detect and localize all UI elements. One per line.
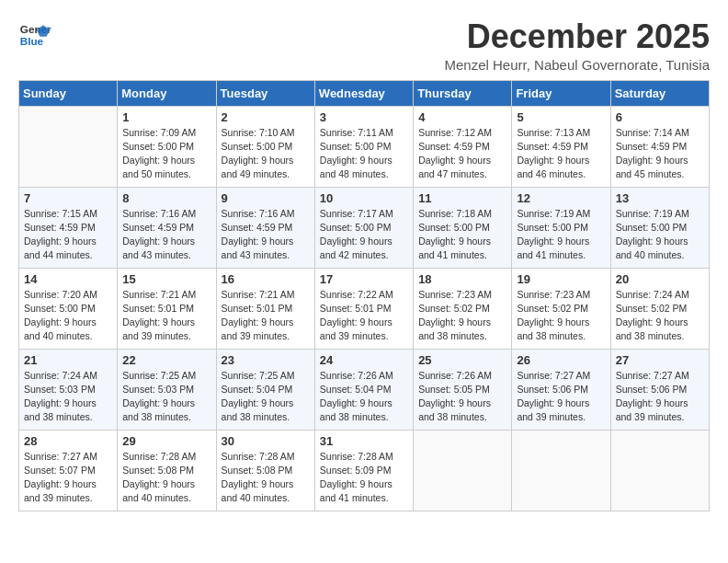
day-info: Sunrise: 7:14 AM Sunset: 4:59 PM Dayligh… (616, 126, 704, 182)
day-info: Sunrise: 7:20 AM Sunset: 5:00 PM Dayligh… (24, 288, 112, 344)
day-info: Sunrise: 7:16 AM Sunset: 4:59 PM Dayligh… (222, 207, 310, 263)
day-number: 10 (320, 191, 408, 205)
calendar-cell (610, 430, 709, 511)
calendar-cell: 25Sunrise: 7:26 AM Sunset: 5:05 PM Dayli… (414, 349, 512, 430)
day-number: 11 (418, 191, 506, 205)
day-info: Sunrise: 7:21 AM Sunset: 5:01 PM Dayligh… (222, 288, 310, 344)
day-number: 31 (320, 434, 408, 448)
day-info: Sunrise: 7:26 AM Sunset: 5:04 PM Dayligh… (320, 369, 408, 425)
day-info: Sunrise: 7:27 AM Sunset: 5:07 PM Dayligh… (24, 450, 112, 506)
day-number: 5 (517, 110, 605, 124)
day-number: 25 (418, 353, 506, 367)
day-number: 21 (24, 353, 112, 367)
day-number: 20 (616, 272, 704, 286)
calendar-cell: 6Sunrise: 7:14 AM Sunset: 4:59 PM Daylig… (610, 106, 709, 187)
calendar-cell: 4Sunrise: 7:12 AM Sunset: 4:59 PM Daylig… (414, 106, 512, 187)
day-number: 4 (418, 110, 506, 124)
calendar-cell: 15Sunrise: 7:21 AM Sunset: 5:01 PM Dayli… (118, 268, 216, 349)
calendar-cell: 29Sunrise: 7:28 AM Sunset: 5:08 PM Dayli… (118, 430, 216, 511)
calendar-cell (19, 106, 118, 187)
day-number: 13 (616, 191, 704, 205)
day-number: 14 (24, 272, 112, 286)
day-info: Sunrise: 7:28 AM Sunset: 5:09 PM Dayligh… (320, 450, 408, 506)
calendar-cell: 3Sunrise: 7:11 AM Sunset: 5:00 PM Daylig… (314, 106, 413, 187)
calendar-cell: 20Sunrise: 7:24 AM Sunset: 5:02 PM Dayli… (610, 268, 709, 349)
day-number: 28 (24, 434, 112, 448)
page-header: General Blue December 2025 Menzel Heurr,… (18, 18, 710, 73)
calendar-cell: 26Sunrise: 7:27 AM Sunset: 5:06 PM Dayli… (512, 349, 610, 430)
day-info: Sunrise: 7:24 AM Sunset: 5:02 PM Dayligh… (616, 288, 704, 344)
day-number: 30 (222, 434, 310, 448)
calendar-cell: 5Sunrise: 7:13 AM Sunset: 4:59 PM Daylig… (512, 106, 610, 187)
calendar-cell (414, 430, 512, 511)
month-title: December 2025 (445, 18, 710, 55)
day-info: Sunrise: 7:25 AM Sunset: 5:03 PM Dayligh… (122, 369, 210, 425)
title-block: December 2025 Menzel Heurr, Nabeul Gover… (445, 18, 710, 73)
calendar-header-wednesday: Wednesday (314, 80, 413, 106)
calendar-cell: 8Sunrise: 7:16 AM Sunset: 4:59 PM Daylig… (118, 187, 216, 268)
calendar-cell: 18Sunrise: 7:23 AM Sunset: 5:02 PM Dayli… (414, 268, 512, 349)
day-info: Sunrise: 7:19 AM Sunset: 5:00 PM Dayligh… (517, 207, 605, 263)
day-number: 23 (222, 353, 310, 367)
calendar-cell: 17Sunrise: 7:22 AM Sunset: 5:01 PM Dayli… (314, 268, 413, 349)
calendar-cell: 27Sunrise: 7:27 AM Sunset: 5:06 PM Dayli… (610, 349, 709, 430)
calendar-cell: 21Sunrise: 7:24 AM Sunset: 5:03 PM Dayli… (19, 349, 118, 430)
calendar-cell: 2Sunrise: 7:10 AM Sunset: 5:00 PM Daylig… (216, 106, 314, 187)
calendar-cell: 7Sunrise: 7:15 AM Sunset: 4:59 PM Daylig… (19, 187, 118, 268)
day-info: Sunrise: 7:13 AM Sunset: 4:59 PM Dayligh… (517, 126, 605, 182)
calendar-cell: 24Sunrise: 7:26 AM Sunset: 5:04 PM Dayli… (314, 349, 413, 430)
day-number: 12 (517, 191, 605, 205)
calendar-cell: 1Sunrise: 7:09 AM Sunset: 5:00 PM Daylig… (118, 106, 216, 187)
calendar-cell: 9Sunrise: 7:16 AM Sunset: 4:59 PM Daylig… (216, 187, 314, 268)
day-number: 18 (418, 272, 506, 286)
calendar-cell: 11Sunrise: 7:18 AM Sunset: 5:00 PM Dayli… (414, 187, 512, 268)
calendar-header-thursday: Thursday (414, 80, 512, 106)
day-info: Sunrise: 7:17 AM Sunset: 5:00 PM Dayligh… (320, 207, 408, 263)
day-info: Sunrise: 7:18 AM Sunset: 5:00 PM Dayligh… (418, 207, 506, 263)
calendar-cell: 12Sunrise: 7:19 AM Sunset: 5:00 PM Dayli… (512, 187, 610, 268)
day-number: 15 (122, 272, 210, 286)
day-info: Sunrise: 7:26 AM Sunset: 5:05 PM Dayligh… (418, 369, 506, 425)
day-number: 27 (616, 353, 704, 367)
day-info: Sunrise: 7:10 AM Sunset: 5:00 PM Dayligh… (222, 126, 310, 182)
logo: General Blue (18, 18, 51, 52)
day-info: Sunrise: 7:09 AM Sunset: 5:00 PM Dayligh… (122, 126, 210, 182)
calendar-cell: 10Sunrise: 7:17 AM Sunset: 5:00 PM Dayli… (314, 187, 413, 268)
calendar-header-row: SundayMondayTuesdayWednesdayThursdayFrid… (19, 80, 710, 106)
calendar-week-row: 21Sunrise: 7:24 AM Sunset: 5:03 PM Dayli… (19, 349, 710, 430)
calendar-header-friday: Friday (512, 80, 610, 106)
day-info: Sunrise: 7:15 AM Sunset: 4:59 PM Dayligh… (24, 207, 112, 263)
calendar-header-tuesday: Tuesday (216, 80, 314, 106)
calendar-header-monday: Monday (118, 80, 216, 106)
calendar-week-row: 14Sunrise: 7:20 AM Sunset: 5:00 PM Dayli… (19, 268, 710, 349)
calendar-cell (512, 430, 610, 511)
day-number: 26 (517, 353, 605, 367)
calendar-body: 1Sunrise: 7:09 AM Sunset: 5:00 PM Daylig… (19, 106, 710, 511)
day-number: 16 (222, 272, 310, 286)
day-info: Sunrise: 7:12 AM Sunset: 4:59 PM Dayligh… (418, 126, 506, 182)
day-info: Sunrise: 7:21 AM Sunset: 5:01 PM Dayligh… (122, 288, 210, 344)
day-info: Sunrise: 7:23 AM Sunset: 5:02 PM Dayligh… (418, 288, 506, 344)
day-number: 8 (122, 191, 210, 205)
day-number: 3 (320, 110, 408, 124)
day-number: 17 (320, 272, 408, 286)
day-info: Sunrise: 7:24 AM Sunset: 5:03 PM Dayligh… (24, 369, 112, 425)
calendar-header-sunday: Sunday (19, 80, 118, 106)
calendar-cell: 14Sunrise: 7:20 AM Sunset: 5:00 PM Dayli… (19, 268, 118, 349)
day-info: Sunrise: 7:27 AM Sunset: 5:06 PM Dayligh… (616, 369, 704, 425)
calendar-cell: 23Sunrise: 7:25 AM Sunset: 5:04 PM Dayli… (216, 349, 314, 430)
calendar-week-row: 7Sunrise: 7:15 AM Sunset: 4:59 PM Daylig… (19, 187, 710, 268)
day-number: 22 (122, 353, 210, 367)
day-number: 29 (122, 434, 210, 448)
calendar-cell: 30Sunrise: 7:28 AM Sunset: 5:08 PM Dayli… (216, 430, 314, 511)
day-info: Sunrise: 7:22 AM Sunset: 5:01 PM Dayligh… (320, 288, 408, 344)
day-info: Sunrise: 7:23 AM Sunset: 5:02 PM Dayligh… (517, 288, 605, 344)
day-number: 24 (320, 353, 408, 367)
day-info: Sunrise: 7:16 AM Sunset: 4:59 PM Dayligh… (122, 207, 210, 263)
location-subtitle: Menzel Heurr, Nabeul Governorate, Tunisi… (445, 57, 710, 73)
calendar-week-row: 28Sunrise: 7:27 AM Sunset: 5:07 PM Dayli… (19, 430, 710, 511)
calendar-week-row: 1Sunrise: 7:09 AM Sunset: 5:00 PM Daylig… (19, 106, 710, 187)
day-number: 2 (222, 110, 310, 124)
day-number: 6 (616, 110, 704, 124)
day-number: 1 (122, 110, 210, 124)
